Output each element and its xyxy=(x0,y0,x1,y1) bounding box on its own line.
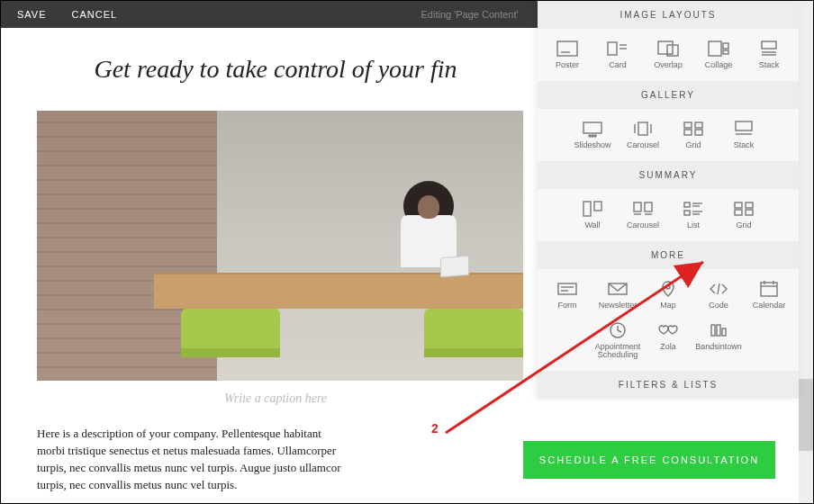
lbl: Calendar xyxy=(744,302,794,310)
svg-rect-21 xyxy=(695,122,702,128)
grid-icon xyxy=(682,120,705,138)
wall-icon xyxy=(581,200,604,218)
lbl: Newsletter xyxy=(592,302,643,310)
lbl: List xyxy=(668,221,719,230)
lbl: Poster xyxy=(542,61,592,70)
cancel-button[interactable]: CANCEL xyxy=(72,9,118,20)
chair-right xyxy=(415,309,523,372)
svg-rect-55 xyxy=(722,328,726,336)
lbl: Map xyxy=(643,302,693,310)
svg-rect-5 xyxy=(658,41,673,54)
code-icon xyxy=(707,280,730,298)
tablet xyxy=(440,256,469,277)
block-collage[interactable]: Collage xyxy=(693,34,744,76)
svg-point-15 xyxy=(592,135,593,137)
svg-rect-38 xyxy=(735,202,742,208)
stack-icon xyxy=(757,40,781,58)
block-list[interactable]: List xyxy=(668,194,719,236)
overlap-icon xyxy=(656,40,680,58)
chair-left xyxy=(181,309,289,372)
page-headline[interactable]: Get ready to take control of your fin xyxy=(37,55,514,84)
svg-rect-22 xyxy=(684,130,692,135)
lbl: Wall xyxy=(567,221,618,230)
block-stack-img[interactable]: Stack xyxy=(744,34,794,76)
lbl: Form xyxy=(542,302,592,310)
form-icon xyxy=(556,280,579,298)
svg-rect-20 xyxy=(684,122,692,128)
map-pin-icon xyxy=(656,280,680,298)
lbl: Slideshow xyxy=(567,141,618,150)
svg-rect-39 xyxy=(746,202,753,208)
block-newsletter[interactable]: Newsletter xyxy=(592,274,643,316)
svg-rect-26 xyxy=(583,202,591,216)
save-button[interactable]: SAVE xyxy=(17,9,47,20)
carousel-s-icon xyxy=(631,200,655,218)
svg-rect-42 xyxy=(558,284,576,294)
scrollbar-thumb[interactable] xyxy=(799,379,813,451)
block-appointment[interactable]: Appointment Scheduling xyxy=(592,316,643,366)
section-header-summary: SUMMARY xyxy=(538,161,799,189)
grid-summary: Wall Carousel List Grid xyxy=(538,189,799,241)
svg-rect-23 xyxy=(695,130,702,135)
lbl: Carousel xyxy=(618,221,668,230)
cta-button[interactable]: SCHEDULE A FREE CONSULTATION xyxy=(523,441,775,479)
lbl: Overlap xyxy=(643,61,693,70)
hero-image[interactable] xyxy=(37,111,523,381)
calendar-icon xyxy=(757,280,781,298)
svg-rect-35 xyxy=(684,211,690,215)
svg-rect-41 xyxy=(746,210,753,215)
block-wall[interactable]: Wall xyxy=(567,194,618,236)
block-zola[interactable]: Zola xyxy=(643,316,693,366)
svg-rect-17 xyxy=(638,122,647,135)
svg-rect-24 xyxy=(736,122,752,130)
block-code[interactable]: Code xyxy=(693,274,744,316)
lbl: Grid xyxy=(719,221,769,230)
block-poster[interactable]: Poster xyxy=(542,34,592,76)
block-grid-s[interactable]: Grid xyxy=(719,194,769,236)
block-overlap[interactable]: Overlap xyxy=(643,34,693,76)
list-icon xyxy=(682,200,705,218)
lbl: Stack xyxy=(744,61,794,70)
svg-rect-7 xyxy=(709,41,721,56)
svg-point-46 xyxy=(666,285,670,289)
desk xyxy=(154,273,523,309)
block-slideshow[interactable]: Slideshow xyxy=(567,114,618,156)
lbl: Code xyxy=(693,302,744,310)
lbl: Zola xyxy=(643,343,693,352)
lbl: Carousel xyxy=(618,141,668,150)
card-icon xyxy=(606,40,629,58)
svg-rect-9 xyxy=(723,50,728,54)
lbl: Bandsintown xyxy=(693,343,744,352)
svg-rect-48 xyxy=(761,283,777,296)
block-calendar[interactable]: Calendar xyxy=(744,274,794,316)
block-panel: IMAGE LAYOUTS Poster Card Overlap Collag… xyxy=(538,1,799,399)
block-form[interactable]: Form xyxy=(542,274,592,316)
svg-rect-2 xyxy=(608,42,617,55)
poster-icon xyxy=(556,40,579,58)
grid-image-layouts: Poster Card Overlap Collage Stack xyxy=(538,29,799,81)
block-bandsintown[interactable]: Bandsintown xyxy=(693,316,744,366)
block-map[interactable]: Map xyxy=(643,274,693,316)
company-description[interactable]: Here is a description of your company. P… xyxy=(37,426,352,493)
svg-rect-27 xyxy=(594,202,601,211)
svg-rect-54 xyxy=(717,325,720,336)
image-caption[interactable]: Write a caption here xyxy=(37,392,514,406)
lbl: Stack xyxy=(719,141,769,150)
lbl: Card xyxy=(592,61,643,70)
section-header-filters: FILTERS & LISTS xyxy=(538,371,799,399)
block-carousel-s[interactable]: Carousel xyxy=(618,194,668,236)
block-grid-g[interactable]: Grid xyxy=(668,114,719,156)
section-header-gallery: GALLERY xyxy=(538,81,799,109)
collage-icon xyxy=(707,40,730,58)
clock-icon xyxy=(606,321,629,339)
lbl: Grid xyxy=(668,141,719,150)
block-stack-g[interactable]: Stack xyxy=(719,114,769,156)
section-header-more: MORE xyxy=(538,241,799,269)
svg-rect-53 xyxy=(711,325,715,336)
svg-rect-40 xyxy=(735,210,742,215)
block-card[interactable]: Card xyxy=(592,34,643,76)
block-carousel-g[interactable]: Carousel xyxy=(618,114,668,156)
svg-rect-28 xyxy=(634,202,641,212)
svg-rect-10 xyxy=(762,41,776,49)
lbl: Appointment Scheduling xyxy=(592,343,643,361)
